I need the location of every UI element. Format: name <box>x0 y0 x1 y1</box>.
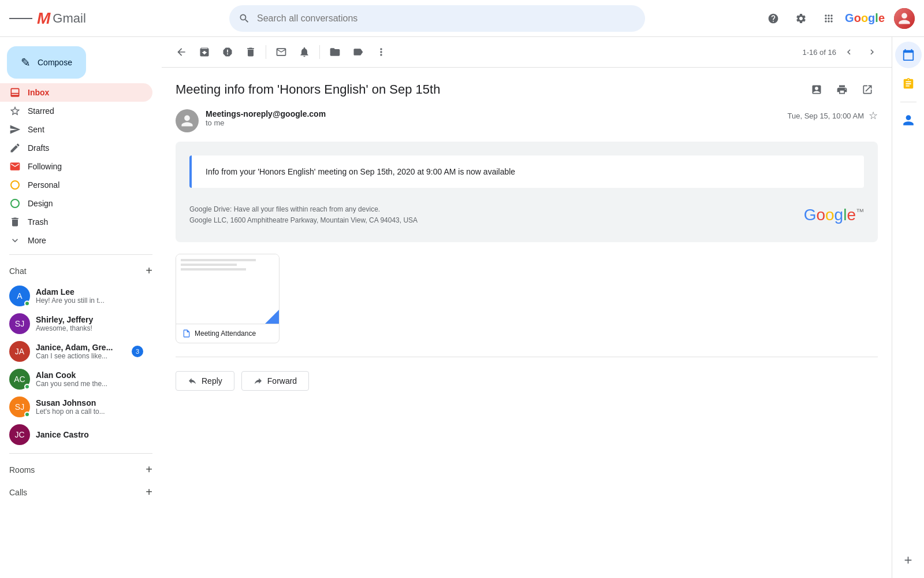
gmail-logo[interactable]: M Gmail <box>37 9 86 28</box>
sidebar-item-design[interactable]: Design <box>0 194 152 213</box>
calls-add-button[interactable]: + <box>146 486 152 499</box>
online-indicator-adam-lee <box>24 301 30 306</box>
archive-button[interactable] <box>194 42 215 62</box>
delete-button[interactable] <box>240 42 261 62</box>
attachment-name: Meeting Attendance <box>195 329 256 338</box>
sidebar-item-label-drafts: Drafts <box>28 143 143 153</box>
calendar-right-button[interactable] <box>895 42 922 68</box>
settings-button[interactable] <box>789 7 813 30</box>
email-toolbar: 1-16 of 16 <box>162 37 892 68</box>
reply-icon <box>188 376 197 386</box>
chat-info-susan-johnson: Susan Johnson Let's hop on a call to... <box>36 398 143 416</box>
chat-item-shirley-jeffery[interactable]: SJ Shirley, Jeffery Awesome, thanks! <box>0 310 152 338</box>
design-icon <box>9 199 21 208</box>
chat-preview-susan-johnson: Let's hop on a call to... <box>36 407 143 416</box>
attachment-preview <box>176 254 279 324</box>
sidebar-item-personal[interactable]: Personal <box>0 176 152 194</box>
email-subject-row: Meeting info from 'Honors English' on Se… <box>176 79 878 100</box>
add-to-tasks-button[interactable] <box>806 79 827 100</box>
chat-preview-janice-adam: Can I see actions like... <box>36 352 126 360</box>
drafts-icon <box>9 142 21 154</box>
sidebar-item-starred[interactable]: Starred <box>0 102 152 120</box>
chat-preview-adam-lee: Hey! Are you still in t... <box>36 297 143 305</box>
right-sidebar: + <box>892 37 924 578</box>
forward-icon <box>254 376 263 386</box>
star-button[interactable]: ☆ <box>869 109 878 122</box>
print-button[interactable] <box>832 79 852 100</box>
content-area: 1-16 of 16 Meeting info from 'Honors Eng… <box>162 37 892 578</box>
sidebar-item-trash[interactable]: Trash <box>0 213 152 231</box>
chat-item-susan-johnson[interactable]: SJ Susan Johnson Let's hop on a call to.… <box>0 393 152 421</box>
tasks-right-button[interactable] <box>895 71 922 97</box>
hamburger-menu-button[interactable] <box>9 7 32 30</box>
open-in-new-button[interactable] <box>857 79 878 100</box>
sidebar-item-following[interactable]: Following <box>0 157 152 176</box>
chat-item-janice-adam[interactable]: JA Janice, Adam, Gre... Can I see action… <box>0 338 152 365</box>
svg-point-1 <box>11 199 19 208</box>
forward-button[interactable]: Forward <box>241 371 309 391</box>
inbox-icon <box>9 87 21 98</box>
chat-item-adam-lee[interactable]: A Adam Lee Hey! Are you still in t... <box>0 282 152 310</box>
snooze-button[interactable] <box>294 42 315 62</box>
chat-item-alan-cook[interactable]: AC Alan Cook Can you send me the... <box>0 365 152 393</box>
chat-name-adam-lee: Adam Lee <box>36 287 143 297</box>
footer-text: Google Drive: Have all your files within… <box>189 204 418 226</box>
attachment-card[interactable]: Meeting Attendance <box>176 254 280 343</box>
move-to-button[interactable] <box>325 42 345 62</box>
sidebar-item-label-following: Following <box>28 162 143 171</box>
topbar-right: Google <box>762 7 915 30</box>
search-input[interactable] <box>229 5 645 32</box>
email-footer: Google Drive: Have all your files within… <box>189 197 864 228</box>
gmail-m-icon: M <box>37 9 50 28</box>
online-indicator-alan-cook <box>24 384 30 390</box>
labels-button[interactable] <box>348 42 368 62</box>
chat-name-shirley-jeffery: Shirley, Jeffery <box>36 315 143 324</box>
rooms-add-button[interactable]: + <box>146 463 152 476</box>
right-sidebar-divider <box>900 102 916 102</box>
email-body-container: Info from your 'Honors English' meeting … <box>176 142 878 242</box>
pagination-text: 1-16 of 16 <box>802 48 836 57</box>
pagination-prev-button[interactable] <box>839 42 859 62</box>
email-time: Tue, Sep 15, 10:00 AM ☆ <box>788 109 878 122</box>
email-time-text: Tue, Sep 15, 10:00 AM <box>788 112 865 120</box>
svg-point-0 <box>11 181 19 189</box>
sidebar-item-drafts[interactable]: Drafts <box>0 139 152 157</box>
sidebar-item-more[interactable]: More <box>0 231 152 250</box>
sidebar-item-sent[interactable]: Sent <box>0 120 152 139</box>
attachment-label: Meeting Attendance <box>176 324 279 343</box>
chat-preview-alan-cook: Can you send me the... <box>36 380 143 388</box>
attachment-section: Meeting Attendance <box>176 254 878 345</box>
footer-line2: Google LLC, 1600 Amphitheatre Parkway, M… <box>189 215 418 226</box>
contacts-right-button[interactable] <box>895 107 922 134</box>
apps-button[interactable] <box>817 7 840 30</box>
chat-name-janice-adam: Janice, Adam, Gre... <box>36 343 126 352</box>
chat-name-alan-cook: Alan Cook <box>36 370 143 380</box>
mark-unread-button[interactable] <box>271 42 292 62</box>
compose-button[interactable]: ✎ Compose <box>7 46 86 79</box>
chat-info-adam-lee: Adam Lee Hey! Are you still in t... <box>36 287 143 305</box>
pagination-next-button[interactable] <box>862 42 882 62</box>
chat-add-button[interactable]: + <box>146 264 152 277</box>
chat-info-alan-cook: Alan Cook Can you send me the... <box>36 370 143 388</box>
email-actions: Reply Forward <box>176 366 878 395</box>
reply-button[interactable]: Reply <box>176 371 234 391</box>
sidebar-item-label-trash: Trash <box>28 217 143 227</box>
sidebar-item-label-personal: Personal <box>28 180 143 190</box>
help-button[interactable] <box>762 7 785 30</box>
chat-avatar-janice-castro: JC <box>9 424 30 445</box>
report-spam-button[interactable] <box>217 42 238 62</box>
chat-avatar-alan-cook: AC <box>9 369 30 390</box>
more-options-button[interactable] <box>371 42 392 62</box>
back-button[interactable] <box>171 42 192 62</box>
chat-avatar-adam-lee: A <box>9 286 30 306</box>
sidebar-item-inbox[interactable]: Inbox <box>0 83 152 102</box>
google-logo: Google <box>845 12 885 25</box>
chat-section-label: Chat <box>9 266 27 276</box>
chat-item-janice-castro[interactable]: JC Janice Castro <box>0 421 152 449</box>
google-footer-logo: Google™ <box>804 206 864 224</box>
sidebar-item-label-more: More <box>28 236 143 245</box>
user-avatar[interactable] <box>894 8 915 29</box>
pagination: 1-16 of 16 <box>802 42 882 62</box>
search-icon <box>239 13 250 24</box>
add-right-button[interactable]: + <box>895 547 922 573</box>
